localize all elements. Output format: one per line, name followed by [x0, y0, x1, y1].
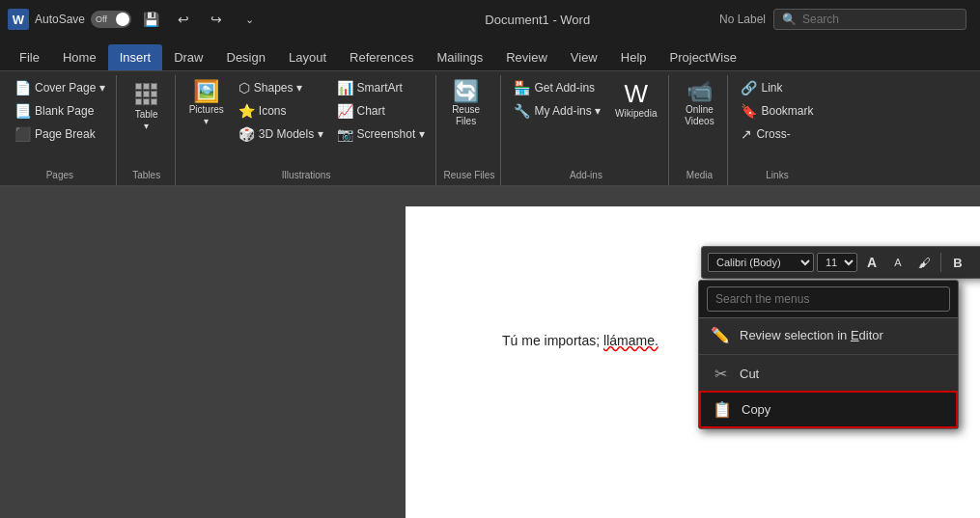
page-break-label: Page Break	[35, 127, 96, 141]
tab-references[interactable]: References	[338, 44, 425, 70]
illustrations-items: 🖼️ Pictures▾ ⬡ Shapes ▾ ⭐ Icons 🎲 3D Mod…	[183, 77, 430, 168]
bookmark-label: Bookmark	[761, 104, 813, 118]
format-painter-button[interactable]: 🖌	[912, 251, 936, 274]
copy-item[interactable]: 📋 Copy	[699, 391, 958, 428]
pictures-label: Pictures▾	[189, 104, 224, 127]
bold-button[interactable]: B	[946, 251, 969, 274]
pictures-icon: 🖼️	[193, 81, 219, 102]
save-button[interactable]: 💾	[137, 6, 164, 33]
review-selection-item[interactable]: ✏️ Review selection in Editor	[699, 318, 958, 352]
smartart-button[interactable]: 📊 SmartArt	[332, 77, 430, 98]
ribbon-group-tables: Table▾ Tables	[119, 75, 176, 185]
cross-ref-label: Cross-	[756, 127, 790, 141]
cover-page-button[interactable]: 📄 Cover Page ▾	[10, 77, 110, 98]
3d-models-label: 3D Models ▾	[259, 127, 323, 141]
search-icon: 🔍	[782, 13, 797, 26]
link-label: Link	[761, 81, 782, 95]
font-size-select[interactable]: 11	[817, 253, 857, 272]
bookmark-icon: 🔖	[741, 103, 757, 119]
illustrations-col: ⬡ Shapes ▾ ⭐ Icons 🎲 3D Models ▾	[234, 77, 328, 145]
icons-button[interactable]: ⭐ Icons	[234, 100, 328, 122]
context-search-area	[699, 281, 958, 318]
cross-ref-icon: ↗	[741, 126, 752, 142]
get-addins-button[interactable]: 🏪 Get Add-ins	[509, 77, 605, 98]
reuse-files-button[interactable]: 🔄 ReuseFiles	[444, 77, 489, 131]
pages-col: 📄 Cover Page ▾ 📃 Blank Page ⬛ Page Break	[10, 77, 110, 145]
tab-projectwise[interactable]: ProjectWise	[658, 44, 748, 70]
tab-review[interactable]: Review	[494, 44, 559, 70]
reuse-group-label: Reuse Files	[444, 168, 495, 183]
cross-ref-button[interactable]: ↗ Cross-	[736, 123, 818, 145]
mini-separator-1	[940, 253, 941, 272]
search-input[interactable]	[802, 13, 958, 26]
ribbon-tabs: File Home Insert Draw Design Layout Refe…	[0, 39, 980, 71]
my-addins-button[interactable]: 🔧 My Add-ins ▾	[509, 100, 605, 122]
cut-label: Cut	[740, 367, 759, 381]
tab-design[interactable]: Design	[215, 44, 277, 70]
shrink-font-button[interactable]: A	[886, 251, 910, 274]
font-select[interactable]: Calibri (Body)	[708, 253, 814, 272]
tab-help[interactable]: Help	[609, 44, 658, 70]
more-button[interactable]: ⌄	[236, 6, 263, 33]
tab-file[interactable]: File	[8, 44, 51, 70]
smartart-label: SmartArt	[357, 81, 403, 95]
review-selection-icon: ✏️	[711, 326, 730, 344]
pictures-button[interactable]: 🖼️ Pictures▾	[183, 77, 230, 131]
tab-insert[interactable]: Insert	[108, 44, 163, 70]
context-menu: ✏️ Review selection in Editor ✂ Cut 📋 Co…	[698, 280, 959, 429]
page-break-button[interactable]: ⬛ Page Break	[10, 123, 110, 145]
blank-page-label: Blank Page	[35, 104, 94, 118]
table-button[interactable]: Table▾	[125, 77, 169, 136]
links-col: 🔗 Link 🔖 Bookmark ↗ Cross-	[736, 77, 818, 145]
tab-draw[interactable]: Draw	[162, 44, 214, 70]
reuse-files-label: ReuseFiles	[452, 104, 480, 127]
undo-button[interactable]: ↩	[170, 6, 197, 33]
autosave-toggle[interactable]: Off	[91, 11, 131, 28]
wikipedia-label: Wikipedia	[615, 108, 657, 120]
ribbon-group-reuse: 🔄 ReuseFiles Reuse Files	[438, 75, 502, 185]
wikipedia-icon: W	[625, 81, 649, 106]
tab-layout[interactable]: Layout	[277, 44, 338, 70]
blank-page-icon: 📃	[14, 103, 31, 119]
online-videos-button[interactable]: 📹 OnlineVideos	[677, 77, 721, 131]
ribbon-group-media: 📹 OnlineVideos Media	[671, 75, 728, 185]
grow-font-button[interactable]: A	[860, 251, 883, 274]
bookmark-button[interactable]: 🔖 Bookmark	[736, 100, 818, 122]
shapes-icon: ⬡	[238, 80, 250, 95]
copy-icon: 📋	[713, 400, 732, 419]
context-search-input[interactable]	[707, 286, 950, 312]
title-bar-left: W AutoSave Off 💾 ↩ ↪ ⌄	[8, 6, 355, 33]
tab-home[interactable]: Home	[51, 44, 108, 70]
redo-button[interactable]: ↪	[203, 6, 230, 33]
media-group-label: Media	[677, 168, 721, 183]
blank-page-button[interactable]: 📃 Blank Page	[10, 100, 110, 122]
cut-item[interactable]: ✂ Cut	[699, 357, 958, 391]
title-bar: W AutoSave Off 💾 ↩ ↪ ⌄ Document1 - Word …	[0, 0, 980, 39]
italic-button[interactable]: I	[972, 251, 980, 274]
search-box[interactable]: 🔍	[773, 9, 966, 30]
3d-models-button[interactable]: 🎲 3D Models ▾	[234, 123, 328, 145]
screenshot-button[interactable]: 📷 Screenshot ▾	[332, 123, 430, 145]
toggle-off-text: Off	[96, 14, 107, 24]
tab-mailings[interactable]: Mailings	[426, 44, 495, 70]
tables-items: Table▾	[125, 77, 169, 168]
chart-button[interactable]: 📈 Chart	[332, 100, 430, 122]
autosave-label: AutoSave	[35, 13, 85, 26]
screenshot-icon: 📷	[337, 126, 353, 142]
cut-icon: ✂	[711, 365, 730, 383]
chart-label: Chart	[357, 104, 385, 118]
link-button[interactable]: 🔗 Link	[736, 77, 818, 98]
document-title: Document1 - Word	[363, 13, 711, 27]
page-break-icon: ⬛	[14, 126, 31, 142]
table-label: Table▾	[135, 109, 158, 132]
icons-icon: ⭐	[238, 103, 255, 119]
wikipedia-button[interactable]: W Wikipedia	[609, 77, 662, 123]
reuse-items: 🔄 ReuseFiles	[444, 77, 495, 168]
shapes-button[interactable]: ⬡ Shapes ▾	[234, 77, 328, 98]
tables-group-label: Tables	[125, 168, 169, 183]
copy-label: Copy	[742, 402, 770, 417]
ribbon-content: 📄 Cover Page ▾ 📃 Blank Page ⬛ Page Break…	[0, 71, 980, 187]
tab-view[interactable]: View	[559, 44, 609, 70]
shapes-label: Shapes ▾	[254, 81, 302, 95]
chart-icon: 📈	[337, 103, 353, 119]
